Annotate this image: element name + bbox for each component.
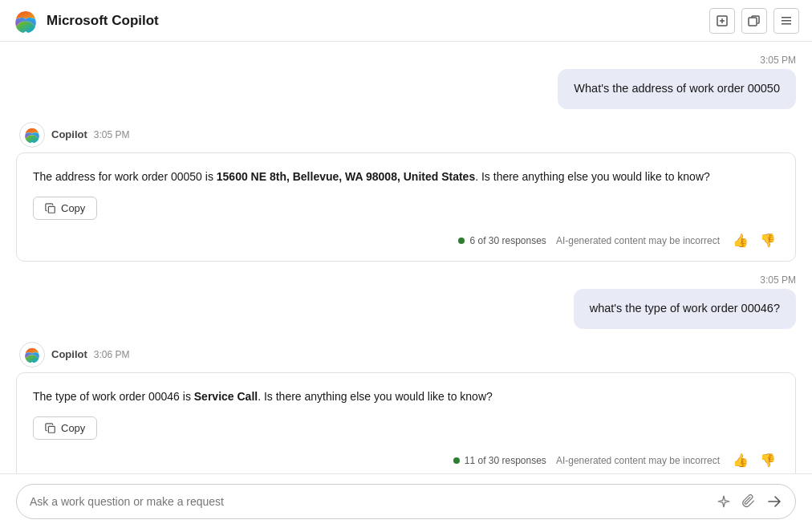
user-bubble-1: What's the address of work order 00050: [558, 69, 796, 109]
responses-text-1: 6 of 30 responses: [469, 235, 546, 246]
svg-rect-4: [782, 17, 791, 18]
thumbs-up-2[interactable]: 👍: [729, 451, 752, 469]
feedback-2: 👍 👎: [729, 451, 779, 469]
user-bubble-2: what's the type of work order 00046?: [574, 289, 796, 329]
copilot-text-1: The address for work order 00050 is 1560…: [33, 168, 779, 185]
app-header: Microsoft Copilot: [0, 0, 812, 42]
copy-button-2[interactable]: Copy: [33, 416, 97, 440]
copilot-meta-1: Copilot 3:05 PM: [16, 122, 796, 148]
feedback-1: 👍 👎: [729, 231, 779, 250]
svg-rect-8: [48, 426, 55, 433]
response-count-1: 6 of 30 responses: [458, 235, 546, 246]
svg-rect-7: [48, 206, 55, 213]
copilot-card-2: The type of work order 00046 is Service …: [16, 372, 796, 473]
svg-rect-3: [749, 18, 757, 26]
copilot-time-2: 3:06 PM: [94, 349, 130, 360]
send-button[interactable]: [766, 493, 782, 510]
green-dot-1: [458, 238, 465, 244]
timestamp-2: 3:05 PM: [760, 274, 796, 286]
response-count-2: 11 of 30 responses: [453, 455, 546, 466]
copilot-text-bold-1: 15600 NE 8th, Bellevue, WA 98008, United…: [217, 170, 475, 183]
copilot-card-1: The address for work order 00050 is 1560…: [16, 152, 796, 262]
sparkle-button[interactable]: [715, 493, 733, 510]
svg-rect-5: [782, 20, 791, 22]
copilot-meta-2: Copilot 3:06 PM: [16, 342, 796, 368]
copilot-response-1: Copilot 3:05 PM The address for work ord…: [16, 122, 796, 262]
copilot-name-2: Copilot: [51, 348, 87, 360]
input-box: [16, 484, 796, 519]
chat-area: 3:05 PM What's the address of work order…: [0, 42, 812, 473]
user-message-1: 3:05 PM What's the address of work order…: [16, 55, 796, 109]
header-btn-3[interactable]: [773, 8, 799, 34]
copilot-text-post-1: . Is there anything else you would like …: [475, 170, 710, 183]
copilot-name-1: Copilot: [51, 128, 87, 140]
copilot-time-1: 3:05 PM: [94, 129, 130, 140]
copy-button-1[interactable]: Copy: [33, 197, 97, 220]
header-left: Microsoft Copilot: [13, 8, 159, 34]
ai-notice-1: AI-generated content may be incorrect: [556, 235, 720, 246]
attachment-button[interactable]: [741, 493, 758, 510]
header-btn-1[interactable]: [709, 8, 735, 34]
ai-notice-2: AI-generated content may be incorrect: [556, 455, 720, 466]
thumbs-down-1[interactable]: 👎: [757, 231, 779, 250]
svg-rect-6: [782, 23, 791, 25]
app-title: Microsoft Copilot: [47, 13, 159, 29]
copilot-text-2: The type of work order 00046 is Service …: [33, 388, 779, 405]
card-footer-1: 6 of 30 responses AI-generated content m…: [33, 231, 779, 250]
header-actions: [709, 8, 799, 34]
thumbs-down-2[interactable]: 👎: [757, 451, 779, 469]
copilot-text-pre-1: The address for work order 00050 is: [33, 170, 217, 183]
copy-icon-2: [45, 423, 56, 434]
copilot-avatar-2: [19, 342, 45, 368]
copilot-avatar-1: [19, 122, 45, 148]
copilot-response-2: Copilot 3:06 PM The type of work order 0…: [16, 342, 796, 473]
copilot-logo-icon: [13, 8, 39, 34]
copilot-text-post-2: . Is there anything else you would like …: [258, 390, 493, 403]
card-footer-2: 11 of 30 responses AI-generated content …: [33, 451, 779, 469]
copy-icon-1: [45, 203, 56, 214]
header-btn-2[interactable]: [741, 8, 767, 34]
green-dot-2: [453, 457, 460, 464]
copilot-text-bold-2: Service Call: [194, 390, 258, 403]
chat-input[interactable]: [30, 495, 707, 508]
thumbs-up-1[interactable]: 👍: [729, 231, 752, 250]
responses-text-2: 11 of 30 responses: [465, 455, 546, 466]
input-area: [0, 473, 812, 532]
copilot-text-pre-2: The type of work order 00046 is: [33, 390, 194, 403]
user-message-2: 3:05 PM what's the type of work order 00…: [16, 274, 796, 329]
timestamp-1: 3:05 PM: [760, 55, 796, 66]
